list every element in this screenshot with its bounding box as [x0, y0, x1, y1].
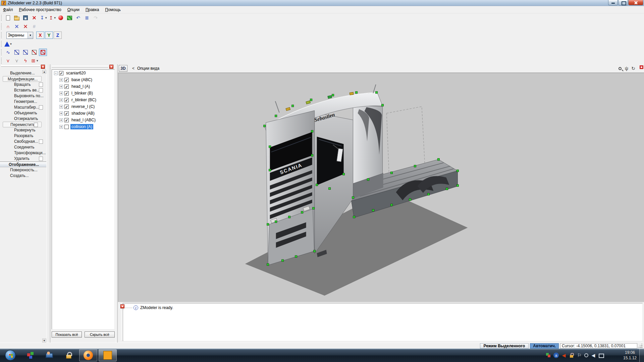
- start-button[interactable]: [1, 349, 19, 361]
- panel-item-15[interactable]: Трансформаци...: [0, 150, 46, 156]
- close-button[interactable]: [628, 0, 643, 5]
- tree-node[interactable]: +✓shadow (AB): [57, 110, 114, 117]
- save-button[interactable]: [21, 14, 30, 21]
- checkbox-checked[interactable]: ✓: [64, 105, 69, 109]
- network-icon[interactable]: [598, 353, 604, 358]
- checkbox-checked[interactable]: ✓: [64, 118, 69, 122]
- texture-browser-button[interactable]: [65, 14, 73, 21]
- messenger-app-taskbar-button[interactable]: [40, 349, 58, 361]
- checkbox-unchecked[interactable]: [64, 125, 69, 129]
- import-button[interactable]: ↧▾: [39, 14, 47, 21]
- axis-y-button[interactable]: Y: [45, 32, 53, 39]
- dropdown-arrow-icon[interactable]: ▾: [45, 16, 47, 19]
- checkbox-checked[interactable]: ✓: [59, 71, 63, 75]
- panel-grip[interactable]: [121, 310, 123, 340]
- render-options-button[interactable]: ⊞▾: [30, 57, 39, 64]
- dropdown-arrow-icon[interactable]: ▾: [54, 16, 56, 19]
- axis-space-select[interactable]: Экранны ▾: [6, 32, 33, 39]
- resize-grip[interactable]: [639, 344, 643, 348]
- delete-button[interactable]: [30, 14, 38, 21]
- firefox-taskbar-button[interactable]: [79, 349, 97, 361]
- notification-flag-icon[interactable]: ⚐: [577, 353, 582, 358]
- panel-item-13[interactable]: Свободная...: [0, 139, 46, 144]
- minimize-button[interactable]: [608, 0, 618, 5]
- expand-icon[interactable]: +: [59, 118, 63, 122]
- viewport-tab-3d[interactable]: 3D: [119, 65, 127, 72]
- panel-item-9[interactable]: Отзеркалить: [0, 116, 46, 122]
- menu-item-1[interactable]: Файл: [0, 7, 16, 13]
- taskbar-clock[interactable]: 19:06 15.1.12: [623, 350, 637, 361]
- maximize-button[interactable]: [618, 0, 628, 5]
- open-folder-button[interactable]: [13, 14, 21, 21]
- hide-unselected-button[interactable]: ⋎: [13, 57, 21, 64]
- modeling-app-taskbar-button[interactable]: [21, 349, 39, 361]
- expand-icon[interactable]: +: [59, 85, 63, 88]
- chevron-down-icon[interactable]: ▾: [28, 32, 33, 39]
- axis-x-button[interactable]: X: [36, 32, 44, 39]
- show-desktop-button[interactable]: [639, 349, 644, 362]
- toolbar-grip[interactable]: [1, 41, 2, 47]
- panel-grip[interactable]: [1, 65, 40, 67]
- new-document-button[interactable]: [4, 14, 12, 21]
- axis-z-button[interactable]: Z: [54, 32, 62, 39]
- panel-item-5[interactable]: Выровнять по...: [0, 93, 46, 99]
- commands-panel-scrollbar[interactable]: ▲ ▼: [42, 70, 46, 343]
- animation-mode-button[interactable]: ϟ: [21, 57, 30, 64]
- viewport-maximize-button[interactable]: [640, 65, 643, 69]
- commands-panel-close-button[interactable]: [41, 65, 45, 69]
- show-all-button[interactable]: Показать всё: [52, 331, 82, 338]
- collapse-arrow-icon[interactable]: <: [132, 66, 135, 71]
- language-indicator-icon[interactable]: [553, 353, 559, 358]
- objects-mode-button[interactable]: [30, 49, 38, 56]
- scroll-up-icon[interactable]: ▲: [42, 70, 46, 74]
- panel-item-19[interactable]: Создать...: [0, 173, 46, 179]
- expand-icon[interactable]: +: [59, 92, 63, 95]
- expand-icon[interactable]: +: [59, 112, 63, 115]
- security-app-taskbar-button[interactable]: [60, 349, 78, 361]
- touch-input-icon[interactable]: [584, 353, 588, 357]
- edges-mode-button[interactable]: [13, 49, 21, 56]
- tree-node[interactable]: +✓base (ABC): [57, 76, 114, 83]
- panel-item-14[interactable]: Соединить: [0, 144, 46, 150]
- splitter[interactable]: [116, 64, 118, 343]
- vertices-mode-button[interactable]: ∿: [4, 49, 12, 56]
- checkbox-checked[interactable]: ✓: [64, 84, 69, 89]
- tree-node[interactable]: +✓head_l (ABC): [57, 117, 114, 123]
- cone-primitive-button[interactable]: ▾: [4, 40, 12, 48]
- material-sphere-button[interactable]: [57, 14, 65, 21]
- panel-item-7[interactable]: Масштабир...: [0, 105, 46, 110]
- checkbox-checked[interactable]: ✓: [64, 98, 69, 102]
- splitter[interactable]: [47, 64, 50, 343]
- tree-node[interactable]: +✓r_blinker (BC): [57, 97, 114, 103]
- checkbox-checked[interactable]: ✓: [64, 78, 69, 82]
- scroll-down-icon[interactable]: ▼: [42, 339, 46, 343]
- panel-item-18[interactable]: Поверхность...: [0, 167, 46, 173]
- orbit-button[interactable]: ↻: [630, 65, 637, 72]
- volume-icon[interactable]: ◀: [591, 353, 596, 358]
- unweld-vertices-button[interactable]: [21, 23, 30, 30]
- expand-icon[interactable]: +: [59, 125, 63, 129]
- media-volume-icon[interactable]: ◀: [561, 353, 567, 358]
- checkbox-checked[interactable]: ✓: [64, 111, 69, 116]
- toolbar-grip[interactable]: [1, 23, 2, 29]
- polygons-mode-button[interactable]: [21, 49, 30, 56]
- panel-item-11[interactable]: Развернуть: [0, 127, 46, 133]
- panel-item-12[interactable]: Разорвать: [0, 133, 46, 139]
- hide-all-button[interactable]: Скрыть всё: [85, 331, 115, 338]
- action-center-icon[interactable]: [546, 353, 551, 358]
- auto-mode-button[interactable]: Автоматич.: [530, 343, 559, 349]
- log-panel-close-button[interactable]: [120, 304, 124, 308]
- export-button[interactable]: ↥▾: [48, 14, 56, 21]
- panel-grip[interactable]: [52, 66, 108, 67]
- panel-item-8[interactable]: Объединить: [0, 110, 46, 116]
- snap-to-grid-button[interactable]: #: [30, 23, 38, 30]
- expand-icon[interactable]: +: [59, 78, 63, 82]
- toolbar-grip[interactable]: [1, 15, 2, 21]
- panel-item-2[interactable]: Модификации...: [3, 76, 42, 82]
- menu-item-4[interactable]: Правка: [83, 7, 102, 13]
- menu-item-3[interactable]: Опции: [64, 7, 83, 13]
- tree-node[interactable]: +✓l_blinker (B): [57, 90, 114, 97]
- tree-node[interactable]: +collision (A): [57, 123, 114, 130]
- menu-item-2[interactable]: Рабочее пространство: [16, 7, 64, 13]
- panel-item-10[interactable]: Переместить: [3, 122, 42, 127]
